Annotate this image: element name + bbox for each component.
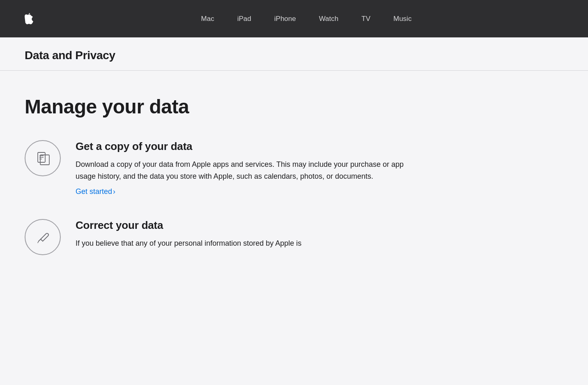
feature-correct-data: Correct your data If you believe that an… bbox=[25, 217, 563, 255]
svg-line-5 bbox=[39, 239, 41, 241]
section-title: Manage your data bbox=[25, 95, 563, 118]
svg-rect-1 bbox=[40, 155, 49, 165]
nav-links: Mac iPad iPhone Watch TV Music bbox=[41, 15, 572, 23]
edit-icon bbox=[34, 229, 51, 245]
page-header: Data and Privacy bbox=[0, 37, 588, 71]
document-icon bbox=[34, 150, 51, 166]
nav-item-mac[interactable]: Mac bbox=[190, 15, 226, 23]
feature-copy-data: Get a copy of your data Download a copy … bbox=[25, 138, 563, 196]
get-started-link[interactable]: Get started› bbox=[76, 187, 115, 196]
nav-item-tv[interactable]: TV bbox=[350, 15, 382, 23]
feature-copy-data-text: Get a copy of your data Download a copy … bbox=[76, 138, 563, 196]
feature-copy-data-description: Download a copy of your data from Apple … bbox=[76, 159, 404, 182]
nav-item-iphone[interactable]: iPhone bbox=[263, 15, 308, 23]
nav-item-ipad[interactable]: iPad bbox=[226, 15, 263, 23]
edit-icon-circle bbox=[25, 219, 61, 255]
feature-correct-data-description: If you believe that any of your personal… bbox=[76, 237, 404, 249]
document-icon-circle bbox=[25, 140, 61, 176]
apple-logo[interactable] bbox=[16, 13, 41, 24]
chevron-icon: › bbox=[113, 187, 115, 196]
feature-correct-data-text: Correct your data If you believe that an… bbox=[76, 217, 563, 254]
main-content: Manage your data Get a copy of your data… bbox=[0, 71, 588, 293]
main-nav: Mac iPad iPhone Watch TV Music bbox=[0, 0, 588, 37]
feature-correct-data-title: Correct your data bbox=[76, 219, 563, 232]
nav-item-watch[interactable]: Watch bbox=[308, 15, 350, 23]
svg-line-6 bbox=[38, 241, 39, 243]
page-title: Data and Privacy bbox=[25, 49, 563, 62]
nav-item-music[interactable]: Music bbox=[382, 15, 423, 23]
feature-copy-data-title: Get a copy of your data bbox=[76, 140, 563, 153]
